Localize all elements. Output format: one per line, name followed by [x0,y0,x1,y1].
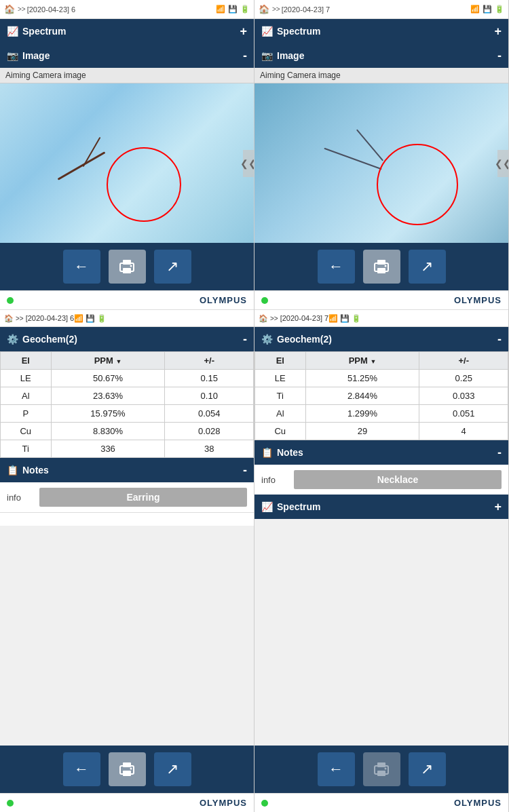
table-row: Cu294 [255,423,508,440]
print-button-bottom-right[interactable] [363,752,400,786]
table-cell: 0.054 [165,405,254,423]
expand-button-bottom-right[interactable]: ↗ [409,752,446,786]
back-button-top-left[interactable]: ← [63,250,100,284]
image-label: Image [22,50,50,61]
spectrum-header-left[interactable]: 📈 Spectrum + [0,19,254,43]
side-chevron-right[interactable]: ❮❮ [497,150,508,177]
table-row: Cu8.830%0.028 [1,423,254,440]
geochem-header-left[interactable]: ⚙️ Geochem(2) - [0,327,254,351]
spectrum-toggle[interactable]: + [240,24,247,39]
notes-section-right: 📋 Notes - info Necklace [254,440,508,495]
print-icon2 [118,762,136,777]
notes-info-label-r: info [261,475,288,485]
batt-icon3: 🔋 [352,314,361,322]
back-button-bottom-left[interactable]: ← [63,752,100,786]
back-button-bottom-right[interactable]: ← [318,752,355,786]
geochem-header-right[interactable]: ⚙️ Geochem(2) - [254,327,508,351]
col-el: El [1,352,52,370]
wifi-icon: 📶 [216,5,225,14]
partial-section [0,512,254,526]
status-bar2-right: 🏠 >> [2020-04-23] 7 📶 💾 🔋 [254,309,508,327]
image-toggle[interactable]: - [243,49,247,63]
action-bar-top-left: ← ↗ [0,243,254,290]
geochem-icon: ⚙️ [7,334,18,345]
table-section-right: El PPM ▼ +/- LE51.25%0.25Ti2.844%0.033Al… [254,351,508,440]
geochem-label-r: Geochem(2) [277,334,332,345]
table-cell: 0.25 [419,370,508,387]
spectrum-toggle-bottom[interactable]: + [494,500,502,514]
footer-bar-bottom-right: OLYMPUS [254,793,508,812]
notes-toggle-r[interactable]: - [497,446,502,460]
notes-label-r: Notes [277,447,303,458]
spectrum-label-bottom: Spectrum [277,501,321,512]
geochem-toggle-r[interactable]: - [497,332,502,347]
notes-header-right[interactable]: 📋 Notes - [254,440,508,465]
spectrum-bottom-right[interactable]: 📈 Spectrum + [254,495,508,519]
notes-icon-r: 📋 [261,447,273,458]
notes-icon: 📋 [7,465,18,476]
table-cell: P [1,405,52,423]
expand-button-bottom-left[interactable]: ↗ [154,752,191,786]
data-table-left: El PPM ▼ +/- LE50.67%0.15Al23.63%0.10P15… [0,351,254,458]
camera-label-right: Aiming Camera image [254,68,508,83]
aim-circle-r [377,144,458,225]
title3: [2020-04-23] 7 [280,314,329,322]
brand-logo-bottom: OLYMPUS [200,798,247,808]
table-cell: 0.10 [165,387,254,405]
col-ppm-r[interactable]: PPM ▼ [305,352,419,370]
table-cell: 23.63% [51,387,165,405]
home-icon3: 🏠 [259,314,268,323]
spectrum-header-right[interactable]: 📈 Spectrum + [254,19,508,43]
status-dot-br [261,800,268,807]
back-button-top-right[interactable]: ← [318,250,355,284]
print-button-bottom-left[interactable] [109,752,146,786]
notes-info-label: info [7,492,34,503]
notes-header-left[interactable]: 📋 Notes - [0,458,254,482]
data-table-right: El PPM ▼ +/- LE51.25%0.25Ti2.844%0.033Al… [254,351,508,440]
battery-icon: 🔋 [240,5,250,14]
geochem-toggle[interactable]: - [243,332,247,347]
expand-button-top-right[interactable]: ↗ [409,250,446,284]
arrows-r: >> [272,5,280,13]
footer-bar-top-left: OLYMPUS [0,290,254,309]
table-cell: 0.15 [165,370,254,387]
col-el-r: El [255,352,306,370]
image-header-right[interactable]: 📷 Image - [254,43,508,68]
table-cell: 2.844% [305,387,419,405]
status-dot-r [261,297,268,304]
sd-icon3: 💾 [340,314,350,322]
col-pm: +/- [165,352,254,370]
print-button-top-right[interactable] [363,250,400,284]
table-row: Al1.299%0.051 [255,405,508,423]
brand-logo-br: OLYMPUS [454,798,502,808]
image-header-left[interactable]: 📷 Image - [0,43,254,68]
notes-label: Notes [22,465,49,476]
table-cell: LE [255,370,306,387]
panel-left: 🏠 >> [2020-04-23] 6 📶 💾 🔋 📈 Spectrum + 📷… [0,0,254,812]
side-chevron-left[interactable]: ❮❮ [243,150,254,177]
aim-circle [107,147,181,222]
branch-decor [58,151,106,180]
print-icon [118,259,136,274]
camera-image-right: ❮❮ [254,83,508,243]
notes-value-button-left[interactable]: Earring [39,488,247,507]
arrows3: >> [270,315,278,322]
title2: [2020-04-23] 6 [26,314,75,322]
title-r: [2020-04-23] 7 [282,5,331,14]
spectrum-toggle-r[interactable]: + [494,24,502,39]
table-cell: 50.67% [51,370,165,387]
branch-r [324,148,381,170]
svg-rect-9 [377,268,385,273]
col-ppm[interactable]: PPM ▼ [51,352,165,370]
notes-value-button-right[interactable]: Necklace [294,470,502,489]
table-cell: Cu [1,423,52,440]
print-button-top-left[interactable] [109,250,146,284]
sd-icon2: 💾 [86,314,95,322]
image-toggle-r[interactable]: - [497,49,502,63]
table-section-left: El PPM ▼ +/- LE50.67%0.15Al23.63%0.10P15… [0,351,254,458]
expand-button-top-left[interactable]: ↗ [154,250,191,284]
svg-point-15 [385,768,387,770]
home-icon: 🏠 [4,4,15,14]
notes-toggle[interactable]: - [243,463,247,478]
image-icon-r: 📷 [261,50,273,61]
